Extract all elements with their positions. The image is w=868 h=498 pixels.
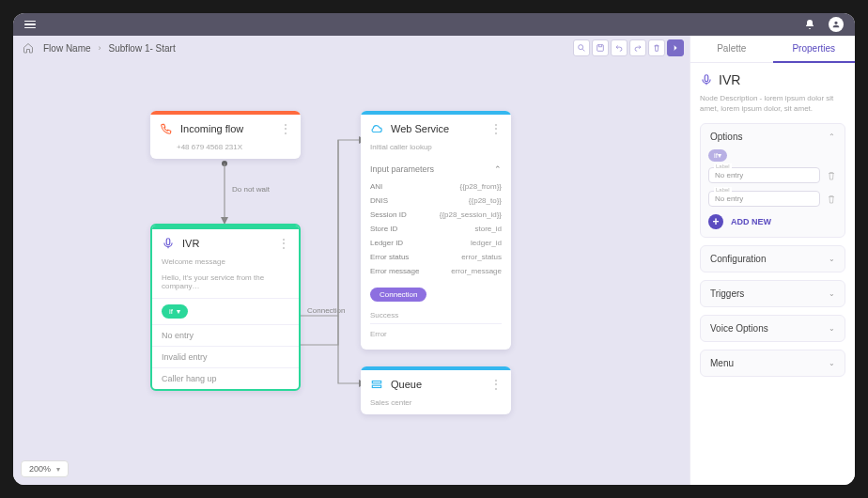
svg-point-2 (222, 161, 227, 166)
chevron-down-icon: ⌄ (829, 359, 835, 367)
cloud-icon (370, 122, 383, 135)
svg-rect-8 (166, 239, 170, 245)
plus-icon: + (708, 214, 723, 229)
if-pill[interactable]: if▾ (162, 304, 188, 319)
param-row: ANI{{p28_from}} (370, 179, 502, 194)
bell-icon[interactable] (804, 19, 815, 30)
save-button[interactable] (592, 39, 609, 56)
trash-icon[interactable] (826, 194, 837, 205)
section-toggle[interactable]: Configuration⌄ (701, 246, 845, 272)
canvas[interactable]: Flow Name › Subflow 1- Start Do not wait (13, 36, 690, 485)
chevron-down-icon: ⌄ (829, 255, 835, 263)
add-new-button[interactable]: + ADD NEW (708, 214, 837, 229)
edge-label: Connection (307, 306, 345, 315)
section-toggle[interactable]: Triggers⌄ (701, 281, 845, 306)
node-ivr[interactable]: IVR ⋮ Welcome message Hello, it's your s… (150, 224, 301, 391)
panel-description: Node Description - lorem ipsum dolor sit… (700, 93, 845, 114)
delete-button[interactable] (648, 39, 665, 56)
param-row: Error messageerror_message (370, 264, 502, 278)
status-text: Success (370, 307, 502, 323)
tab-palette[interactable]: Palette (690, 36, 773, 62)
more-icon[interactable]: ⋮ (490, 378, 502, 391)
section-voice-options: Voice Options⌄ (700, 315, 845, 342)
mic-icon (162, 237, 175, 250)
home-icon[interactable] (23, 42, 34, 54)
param-row: Ledger IDledger_id (370, 236, 502, 250)
zoom-control[interactable]: 200% ▾ (21, 460, 69, 477)
label-field[interactable]: Label No entry (708, 191, 820, 207)
avatar[interactable] (829, 17, 844, 32)
tab-properties[interactable]: Properties (773, 36, 856, 63)
edges-layer: Do not wait Connection (13, 36, 690, 485)
svg-rect-11 (705, 75, 708, 82)
section-toggle[interactable]: Voice Options⌄ (701, 316, 845, 341)
redo-button[interactable] (629, 39, 646, 56)
trash-icon[interactable] (826, 170, 837, 181)
svg-rect-1 (597, 45, 604, 52)
topbar (13, 13, 855, 36)
breadcrumb-item[interactable]: Subflow 1- Start (109, 43, 176, 54)
node-title: Incoming flow (180, 123, 272, 134)
if-pill[interactable]: if ▾ (708, 149, 727, 162)
more-icon[interactable]: ⋮ (278, 237, 289, 250)
param-row: Session ID{{p28_session_id}} (370, 208, 502, 222)
section-toggle[interactable]: Menu⌄ (701, 350, 845, 376)
node-queue[interactable]: Queue ⋮ Sales center (361, 366, 511, 414)
node-body-text: Hello, it's your service from the compan… (152, 273, 299, 298)
next-button[interactable] (667, 39, 684, 56)
chevron-down-icon: ▾ (56, 465, 60, 474)
queue-icon (370, 378, 383, 391)
node-title: Web Service (391, 123, 483, 134)
ivr-option[interactable]: Caller hang up (152, 367, 299, 389)
section-options: Options ⌃ if ▾ Label No entry (700, 123, 845, 238)
section-menu: Menu⌄ (700, 350, 845, 377)
svg-rect-10 (372, 385, 380, 387)
node-subtitle: Initial caller lookup (361, 143, 511, 159)
connection-button[interactable]: Connection (370, 288, 426, 302)
chevron-down-icon: ⌄ (829, 324, 835, 333)
more-icon[interactable]: ⋮ (490, 122, 502, 135)
svg-point-0 (579, 45, 583, 50)
undo-button[interactable] (611, 39, 628, 56)
status-text: Error (370, 323, 502, 342)
node-title: IVR (182, 238, 271, 249)
panel-title: IVR (719, 72, 740, 87)
section-triggers: Triggers⌄ (700, 280, 845, 307)
param-row: Error statuserror_status (370, 250, 502, 264)
chevron-up-icon: ⌃ (494, 164, 502, 174)
svg-rect-9 (372, 381, 380, 383)
breadcrumb-item[interactable]: Flow Name (43, 43, 91, 54)
edge-label: Do not wait (232, 185, 271, 194)
section-configuration: Configuration⌄ (700, 245, 845, 272)
canvas-toolbar (573, 39, 684, 56)
param-row: Store IDstore_id (370, 222, 502, 236)
ivr-option[interactable]: Invalid entry (152, 346, 299, 367)
node-web-service[interactable]: Web Service ⋮ Initial caller lookup Inpu… (361, 111, 511, 350)
chevron-down-icon: ⌄ (829, 289, 835, 298)
chevron-right-icon: › (99, 43, 101, 53)
node-subtitle: Sales center (361, 398, 511, 414)
ivr-option[interactable]: No entry (152, 324, 299, 346)
node-incoming-flow[interactable]: Incoming flow ⋮ +48 679 4568 231X (150, 111, 301, 159)
node-subtitle: +48 679 4568 231X (150, 143, 301, 159)
properties-panel: Palette Properties IVR Node Description … (690, 36, 855, 485)
param-row: DNIS{{p28_to}} (370, 194, 502, 208)
search-button[interactable] (573, 39, 590, 56)
node-title: Queue (391, 379, 483, 390)
phone-icon (160, 122, 173, 135)
section-toggle[interactable]: Options ⌃ (701, 124, 845, 149)
more-icon[interactable]: ⋮ (280, 122, 291, 135)
zoom-value: 200% (29, 464, 51, 474)
menu-button[interactable] (24, 21, 36, 29)
mic-icon (700, 73, 713, 86)
chevron-up-icon: ⌃ (829, 132, 835, 141)
section-toggle[interactable]: Input parameters ⌃ (370, 159, 502, 179)
label-field[interactable]: Label No entry (708, 167, 820, 183)
node-subtitle: Welcome message (152, 257, 299, 273)
